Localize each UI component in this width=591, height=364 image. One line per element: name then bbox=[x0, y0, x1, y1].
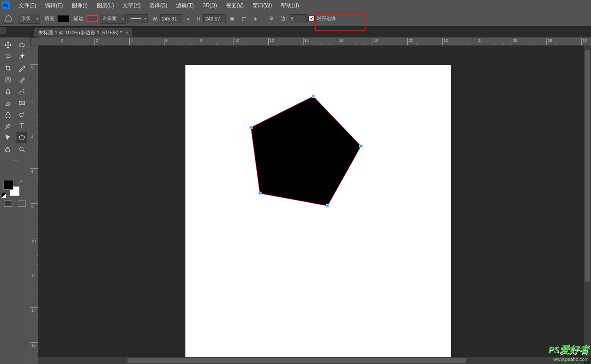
color-picker[interactable]: ⇄ bbox=[1, 178, 29, 198]
vertical-ruler[interactable]: 0246810121416 bbox=[30, 45, 38, 364]
canvas-viewport[interactable] bbox=[38, 45, 591, 364]
horizontal-scrollbar[interactable] bbox=[38, 357, 584, 364]
type-tool[interactable]: T bbox=[16, 121, 27, 131]
menu-3d[interactable]: 3D(D) bbox=[198, 2, 222, 8]
menubar: Ps 文件(F) 编辑(E) 图像(I) 图层(L) 文字(Y) 选择(S) 滤… bbox=[0, 0, 591, 11]
align-edges-label: 对齐边缘 bbox=[316, 15, 336, 22]
pen-tool[interactable] bbox=[3, 121, 13, 131]
document-tab[interactable]: 未标题-1 @ 100% (多边形 1, RGB/8) * × bbox=[34, 28, 132, 37]
close-tab-icon[interactable]: × bbox=[125, 30, 128, 35]
path-alignment-icon[interactable]: ⫍ bbox=[239, 14, 249, 24]
menu-view[interactable]: 视图(V) bbox=[222, 2, 248, 9]
path-arrangement-icon[interactable]: ◈ bbox=[250, 14, 260, 24]
dodge-tool[interactable] bbox=[16, 109, 27, 120]
fill-color-swatch[interactable] bbox=[57, 15, 69, 22]
stroke-width-dropdown[interactable]: 2 像素 bbox=[100, 14, 126, 24]
gradient-tool[interactable] bbox=[16, 98, 27, 108]
svg-marker-0 bbox=[5, 15, 12, 22]
zoom-tool[interactable] bbox=[16, 144, 27, 155]
menu-type[interactable]: 文字(Y) bbox=[118, 2, 145, 9]
height-label: H: bbox=[197, 16, 201, 21]
toolbox: T ⋯ ⇄ bbox=[0, 37, 30, 364]
polygon-shape-tool[interactable] bbox=[16, 132, 27, 143]
options-bar: 形状 填充: 描边: 2 像素 W: ⚭ H: ▣ ⫍ ◈ ⚙ 边: ✓ 对齐边… bbox=[0, 11, 591, 27]
foreground-color[interactable] bbox=[4, 180, 13, 190]
svg-marker-7 bbox=[251, 96, 361, 206]
path-operations-icon[interactable]: ▣ bbox=[227, 14, 237, 24]
path-selection-tool[interactable] bbox=[3, 132, 13, 143]
history-brush-tool[interactable] bbox=[16, 86, 27, 97]
panel-dock-tab[interactable] bbox=[0, 27, 6, 34]
clone-stamp-tool[interactable] bbox=[3, 86, 13, 97]
quickmask-mode-icon[interactable] bbox=[18, 200, 26, 207]
stroke-color-swatch[interactable] bbox=[86, 15, 98, 22]
anchor-handle[interactable] bbox=[250, 126, 253, 129]
svg-point-4 bbox=[20, 113, 23, 117]
pentagon-shape[interactable] bbox=[38, 45, 591, 364]
menu-window[interactable]: 窗口(W) bbox=[248, 2, 276, 9]
svg-point-6 bbox=[20, 147, 23, 151]
link-wh-icon[interactable]: ⚭ bbox=[184, 16, 192, 22]
anchor-handle[interactable] bbox=[360, 145, 363, 148]
standard-mode-icon[interactable] bbox=[4, 200, 12, 207]
menu-help[interactable]: 帮助(H) bbox=[276, 2, 304, 9]
width-input[interactable] bbox=[160, 14, 182, 23]
blur-tool[interactable] bbox=[3, 109, 13, 120]
svg-point-1 bbox=[19, 43, 25, 47]
svg-marker-5 bbox=[19, 135, 25, 140]
hand-tool[interactable] bbox=[3, 144, 13, 155]
edit-toolbar-icon[interactable]: ⋯ bbox=[10, 155, 21, 166]
menu-image[interactable]: 图像(I) bbox=[67, 2, 92, 9]
healing-brush-tool[interactable] bbox=[3, 74, 13, 85]
horizontal-ruler[interactable]: 024681012141618202224262830 bbox=[38, 37, 591, 45]
document-tabbar: 未标题-1 @ 100% (多边形 1, RGB/8) * × bbox=[0, 27, 591, 37]
tool-mode-dropdown[interactable]: 形状 bbox=[18, 14, 40, 24]
fill-label: 填充: bbox=[45, 15, 56, 22]
align-edges-checkbox[interactable]: ✓ bbox=[308, 16, 315, 22]
menu-edit[interactable]: 编辑(E) bbox=[41, 2, 67, 9]
menu-file[interactable]: 文件(F) bbox=[14, 2, 41, 9]
polygon-tool-icon[interactable] bbox=[4, 14, 13, 24]
sides-input[interactable] bbox=[289, 14, 307, 23]
document-tab-title: 未标题-1 @ 100% (多边形 1, RGB/8) * bbox=[38, 29, 122, 36]
menu-layer[interactable]: 图层(L) bbox=[92, 2, 119, 9]
app-logo: Ps bbox=[2, 1, 10, 9]
eraser-tool[interactable] bbox=[3, 98, 13, 108]
canvas-area: 024681012141618202224262830 024681012141… bbox=[30, 37, 591, 364]
menu-filter[interactable]: 滤镜(T) bbox=[172, 2, 198, 9]
anchor-handle[interactable] bbox=[326, 204, 329, 208]
anchor-handle[interactable] bbox=[259, 192, 262, 195]
crop-tool[interactable] bbox=[3, 63, 13, 74]
eyedropper-tool[interactable] bbox=[16, 63, 27, 74]
vertical-scrollbar[interactable] bbox=[584, 45, 591, 357]
sides-label: 边: bbox=[281, 15, 287, 22]
brush-tool[interactable] bbox=[16, 74, 27, 85]
swap-colors-icon[interactable]: ⇄ bbox=[19, 179, 23, 184]
gear-icon[interactable]: ⚙ bbox=[267, 14, 276, 24]
magic-wand-tool[interactable] bbox=[16, 51, 27, 62]
marquee-tool[interactable] bbox=[16, 40, 27, 50]
default-colors-icon[interactable] bbox=[2, 193, 6, 198]
menu-select[interactable]: 选择(S) bbox=[145, 2, 172, 9]
ruler-origin[interactable] bbox=[30, 37, 38, 45]
width-label: W: bbox=[152, 16, 158, 21]
anchor-handle[interactable] bbox=[312, 95, 315, 98]
move-tool[interactable] bbox=[3, 40, 13, 50]
height-input[interactable] bbox=[203, 14, 226, 23]
stroke-style-dropdown[interactable] bbox=[127, 14, 148, 23]
lasso-tool[interactable] bbox=[3, 51, 13, 62]
stroke-label: 描边: bbox=[74, 15, 85, 22]
